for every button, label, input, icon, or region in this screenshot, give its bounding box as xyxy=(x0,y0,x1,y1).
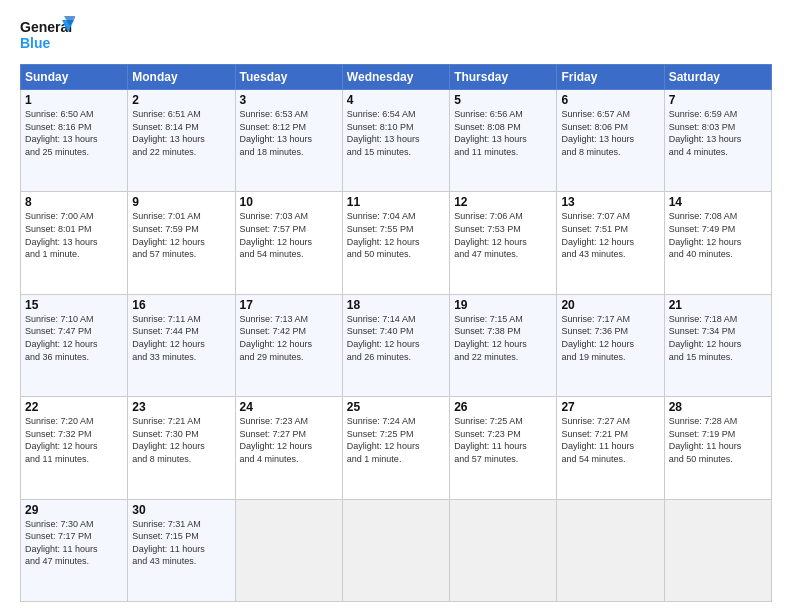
calendar-body: 1Sunrise: 6:50 AM Sunset: 8:16 PM Daylig… xyxy=(21,90,772,602)
day-info: Sunrise: 7:17 AM Sunset: 7:36 PM Dayligh… xyxy=(561,313,659,363)
calendar-week-4: 29Sunrise: 7:30 AM Sunset: 7:17 PM Dayli… xyxy=(21,499,772,601)
calendar-week-1: 8Sunrise: 7:00 AM Sunset: 8:01 PM Daylig… xyxy=(21,192,772,294)
day-info: Sunrise: 7:04 AM Sunset: 7:55 PM Dayligh… xyxy=(347,210,445,260)
weekday-header-sunday: Sunday xyxy=(21,65,128,90)
day-number: 16 xyxy=(132,298,230,312)
day-number: 10 xyxy=(240,195,338,209)
day-number: 13 xyxy=(561,195,659,209)
calendar-day: 13Sunrise: 7:07 AM Sunset: 7:51 PM Dayli… xyxy=(557,192,664,294)
day-info: Sunrise: 7:13 AM Sunset: 7:42 PM Dayligh… xyxy=(240,313,338,363)
day-number: 19 xyxy=(454,298,552,312)
calendar-day: 2Sunrise: 6:51 AM Sunset: 8:14 PM Daylig… xyxy=(128,90,235,192)
header: GeneralBlue xyxy=(20,16,772,58)
day-info: Sunrise: 6:57 AM Sunset: 8:06 PM Dayligh… xyxy=(561,108,659,158)
calendar-day: 25Sunrise: 7:24 AM Sunset: 7:25 PM Dayli… xyxy=(342,397,449,499)
weekday-header-tuesday: Tuesday xyxy=(235,65,342,90)
day-number: 2 xyxy=(132,93,230,107)
day-number: 14 xyxy=(669,195,767,209)
calendar-day: 9Sunrise: 7:01 AM Sunset: 7:59 PM Daylig… xyxy=(128,192,235,294)
day-info: Sunrise: 6:51 AM Sunset: 8:14 PM Dayligh… xyxy=(132,108,230,158)
day-info: Sunrise: 7:01 AM Sunset: 7:59 PM Dayligh… xyxy=(132,210,230,260)
weekday-header-saturday: Saturday xyxy=(664,65,771,90)
calendar-day: 24Sunrise: 7:23 AM Sunset: 7:27 PM Dayli… xyxy=(235,397,342,499)
calendar-header: SundayMondayTuesdayWednesdayThursdayFrid… xyxy=(21,65,772,90)
calendar-day: 5Sunrise: 6:56 AM Sunset: 8:08 PM Daylig… xyxy=(450,90,557,192)
day-number: 11 xyxy=(347,195,445,209)
weekday-header-wednesday: Wednesday xyxy=(342,65,449,90)
logo: GeneralBlue xyxy=(20,16,75,58)
calendar-day: 7Sunrise: 6:59 AM Sunset: 8:03 PM Daylig… xyxy=(664,90,771,192)
weekday-header-friday: Friday xyxy=(557,65,664,90)
calendar-day: 18Sunrise: 7:14 AM Sunset: 7:40 PM Dayli… xyxy=(342,294,449,396)
calendar-day xyxy=(450,499,557,601)
day-number: 8 xyxy=(25,195,123,209)
day-number: 17 xyxy=(240,298,338,312)
calendar-day xyxy=(664,499,771,601)
calendar-day: 1Sunrise: 6:50 AM Sunset: 8:16 PM Daylig… xyxy=(21,90,128,192)
day-info: Sunrise: 7:06 AM Sunset: 7:53 PM Dayligh… xyxy=(454,210,552,260)
day-info: Sunrise: 7:25 AM Sunset: 7:23 PM Dayligh… xyxy=(454,415,552,465)
day-number: 15 xyxy=(25,298,123,312)
logo-svg: GeneralBlue xyxy=(20,16,75,58)
weekday-header-monday: Monday xyxy=(128,65,235,90)
day-number: 25 xyxy=(347,400,445,414)
calendar-week-0: 1Sunrise: 6:50 AM Sunset: 8:16 PM Daylig… xyxy=(21,90,772,192)
day-number: 9 xyxy=(132,195,230,209)
svg-text:Blue: Blue xyxy=(20,35,51,51)
calendar-day: 10Sunrise: 7:03 AM Sunset: 7:57 PM Dayli… xyxy=(235,192,342,294)
calendar-day: 26Sunrise: 7:25 AM Sunset: 7:23 PM Dayli… xyxy=(450,397,557,499)
day-number: 27 xyxy=(561,400,659,414)
day-info: Sunrise: 6:56 AM Sunset: 8:08 PM Dayligh… xyxy=(454,108,552,158)
day-number: 24 xyxy=(240,400,338,414)
day-info: Sunrise: 7:00 AM Sunset: 8:01 PM Dayligh… xyxy=(25,210,123,260)
day-info: Sunrise: 7:24 AM Sunset: 7:25 PM Dayligh… xyxy=(347,415,445,465)
day-info: Sunrise: 7:31 AM Sunset: 7:15 PM Dayligh… xyxy=(132,518,230,568)
calendar-day xyxy=(557,499,664,601)
calendar-week-3: 22Sunrise: 7:20 AM Sunset: 7:32 PM Dayli… xyxy=(21,397,772,499)
day-info: Sunrise: 7:21 AM Sunset: 7:30 PM Dayligh… xyxy=(132,415,230,465)
calendar-day: 8Sunrise: 7:00 AM Sunset: 8:01 PM Daylig… xyxy=(21,192,128,294)
day-info: Sunrise: 7:08 AM Sunset: 7:49 PM Dayligh… xyxy=(669,210,767,260)
day-info: Sunrise: 6:53 AM Sunset: 8:12 PM Dayligh… xyxy=(240,108,338,158)
day-info: Sunrise: 7:15 AM Sunset: 7:38 PM Dayligh… xyxy=(454,313,552,363)
calendar-day: 3Sunrise: 6:53 AM Sunset: 8:12 PM Daylig… xyxy=(235,90,342,192)
day-info: Sunrise: 7:14 AM Sunset: 7:40 PM Dayligh… xyxy=(347,313,445,363)
calendar-day: 6Sunrise: 6:57 AM Sunset: 8:06 PM Daylig… xyxy=(557,90,664,192)
calendar-day: 27Sunrise: 7:27 AM Sunset: 7:21 PM Dayli… xyxy=(557,397,664,499)
calendar-day: 16Sunrise: 7:11 AM Sunset: 7:44 PM Dayli… xyxy=(128,294,235,396)
calendar-day: 4Sunrise: 6:54 AM Sunset: 8:10 PM Daylig… xyxy=(342,90,449,192)
day-number: 28 xyxy=(669,400,767,414)
calendar-day: 14Sunrise: 7:08 AM Sunset: 7:49 PM Dayli… xyxy=(664,192,771,294)
day-number: 29 xyxy=(25,503,123,517)
day-number: 23 xyxy=(132,400,230,414)
day-info: Sunrise: 7:07 AM Sunset: 7:51 PM Dayligh… xyxy=(561,210,659,260)
day-info: Sunrise: 7:30 AM Sunset: 7:17 PM Dayligh… xyxy=(25,518,123,568)
day-number: 3 xyxy=(240,93,338,107)
day-info: Sunrise: 7:03 AM Sunset: 7:57 PM Dayligh… xyxy=(240,210,338,260)
day-info: Sunrise: 7:11 AM Sunset: 7:44 PM Dayligh… xyxy=(132,313,230,363)
calendar-day: 29Sunrise: 7:30 AM Sunset: 7:17 PM Dayli… xyxy=(21,499,128,601)
day-info: Sunrise: 6:59 AM Sunset: 8:03 PM Dayligh… xyxy=(669,108,767,158)
day-number: 18 xyxy=(347,298,445,312)
day-info: Sunrise: 7:10 AM Sunset: 7:47 PM Dayligh… xyxy=(25,313,123,363)
day-info: Sunrise: 7:27 AM Sunset: 7:21 PM Dayligh… xyxy=(561,415,659,465)
day-number: 26 xyxy=(454,400,552,414)
calendar-week-2: 15Sunrise: 7:10 AM Sunset: 7:47 PM Dayli… xyxy=(21,294,772,396)
calendar: SundayMondayTuesdayWednesdayThursdayFrid… xyxy=(20,64,772,602)
calendar-day: 28Sunrise: 7:28 AM Sunset: 7:19 PM Dayli… xyxy=(664,397,771,499)
day-info: Sunrise: 7:20 AM Sunset: 7:32 PM Dayligh… xyxy=(25,415,123,465)
day-info: Sunrise: 7:28 AM Sunset: 7:19 PM Dayligh… xyxy=(669,415,767,465)
calendar-day: 30Sunrise: 7:31 AM Sunset: 7:15 PM Dayli… xyxy=(128,499,235,601)
calendar-day: 11Sunrise: 7:04 AM Sunset: 7:55 PM Dayli… xyxy=(342,192,449,294)
calendar-day: 20Sunrise: 7:17 AM Sunset: 7:36 PM Dayli… xyxy=(557,294,664,396)
calendar-day xyxy=(342,499,449,601)
calendar-day: 12Sunrise: 7:06 AM Sunset: 7:53 PM Dayli… xyxy=(450,192,557,294)
weekday-row: SundayMondayTuesdayWednesdayThursdayFrid… xyxy=(21,65,772,90)
calendar-day xyxy=(235,499,342,601)
weekday-header-thursday: Thursday xyxy=(450,65,557,90)
calendar-day: 23Sunrise: 7:21 AM Sunset: 7:30 PM Dayli… xyxy=(128,397,235,499)
calendar-day: 19Sunrise: 7:15 AM Sunset: 7:38 PM Dayli… xyxy=(450,294,557,396)
calendar-day: 17Sunrise: 7:13 AM Sunset: 7:42 PM Dayli… xyxy=(235,294,342,396)
day-info: Sunrise: 7:18 AM Sunset: 7:34 PM Dayligh… xyxy=(669,313,767,363)
calendar-day: 15Sunrise: 7:10 AM Sunset: 7:47 PM Dayli… xyxy=(21,294,128,396)
